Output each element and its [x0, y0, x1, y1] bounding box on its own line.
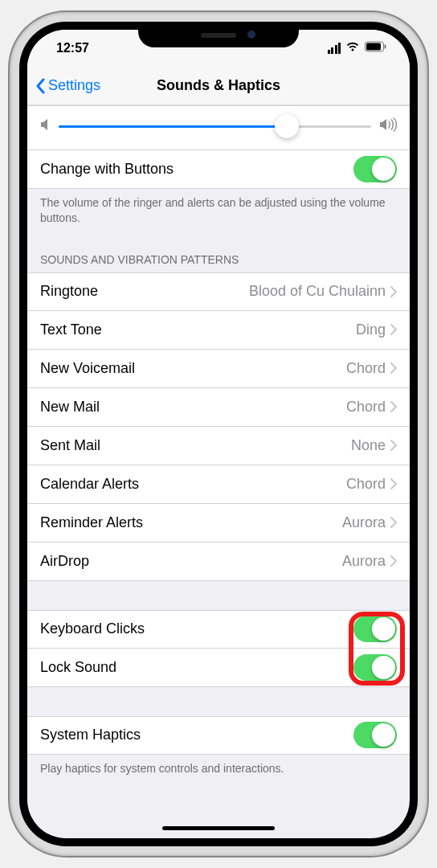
home-indicator[interactable]	[162, 826, 275, 830]
chevron-right-icon	[390, 440, 397, 451]
volume-slider-row	[27, 105, 410, 150]
system-haptics-toggle[interactable]	[353, 722, 397, 748]
page-title: Sounds & Haptics	[157, 77, 280, 94]
slider-fill	[59, 125, 287, 128]
airdrop-label: AirDrop	[40, 553, 342, 570]
notch	[138, 22, 299, 47]
chevron-right-icon	[390, 517, 397, 528]
new-voicemail-value: Chord	[346, 360, 386, 377]
new-mail-label: New Mail	[40, 399, 346, 416]
volume-footer: The volume of the ringer and alerts can …	[27, 189, 410, 239]
calendar-alerts-label: Calendar Alerts	[40, 476, 346, 493]
slider-thumb[interactable]	[275, 114, 299, 138]
ringtone-row[interactable]: Ringtone Blood of Cu Chulainn	[27, 272, 410, 311]
sent-mail-row[interactable]: Sent Mail None	[27, 427, 410, 465]
chevron-right-icon	[390, 401, 397, 412]
battery-icon	[365, 41, 387, 55]
keyboard-clicks-toggle[interactable]	[353, 616, 397, 642]
volume-slider[interactable]	[59, 125, 371, 128]
system-haptics-row: System Haptics	[27, 716, 410, 755]
ringtone-value: Blood of Cu Chulainn	[249, 283, 386, 300]
text-tone-row[interactable]: Text Tone Ding	[27, 311, 410, 350]
lock-sound-row: Lock Sound	[27, 649, 410, 687]
chevron-right-icon	[390, 362, 397, 374]
back-button[interactable]: Settings	[35, 77, 100, 94]
ringtone-label: Ringtone	[40, 283, 249, 300]
chevron-right-icon	[390, 324, 397, 335]
sent-mail-value: None	[351, 437, 386, 454]
reminder-alerts-label: Reminder Alerts	[40, 514, 342, 531]
change-with-buttons-row: Change with Buttons	[27, 150, 410, 189]
chevron-right-icon	[390, 555, 397, 567]
lock-sound-toggle[interactable]	[353, 654, 397, 681]
screen: 12:57 Settings Sounds & Haptics	[27, 30, 410, 838]
clock: 12:57	[56, 41, 89, 55]
haptics-footer: Play haptics for system controls and int…	[27, 755, 410, 789]
new-mail-row[interactable]: New Mail Chord	[27, 388, 410, 427]
keyboard-clicks-label: Keyboard Clicks	[40, 620, 353, 637]
chevron-left-icon	[35, 78, 45, 94]
scroll-content[interactable]: Change with Buttons The volume of the ri…	[27, 105, 410, 838]
back-label: Settings	[48, 77, 100, 94]
sounds-section-header: SOUNDS AND VIBRATION PATTERNS	[27, 239, 410, 272]
new-mail-value: Chord	[346, 399, 386, 416]
airdrop-row[interactable]: AirDrop Aurora	[27, 542, 410, 581]
wifi-icon	[345, 41, 360, 55]
reminder-alerts-value: Aurora	[342, 514, 386, 531]
phone-frame: 12:57 Settings Sounds & Haptics	[10, 12, 427, 856]
airdrop-value: Aurora	[342, 553, 386, 570]
chevron-right-icon	[390, 286, 397, 297]
svg-rect-2	[385, 45, 386, 49]
new-voicemail-row[interactable]: New Voicemail Chord	[27, 350, 410, 388]
system-haptics-label: System Haptics	[40, 727, 353, 743]
sent-mail-label: Sent Mail	[40, 437, 351, 454]
reminder-alerts-row[interactable]: Reminder Alerts Aurora	[27, 504, 410, 542]
calendar-alerts-row[interactable]: Calendar Alerts Chord	[27, 465, 410, 504]
svg-rect-1	[366, 43, 381, 51]
calendar-alerts-value: Chord	[346, 476, 386, 493]
nav-bar: Settings Sounds & Haptics	[27, 67, 410, 105]
phone-bezel: 12:57 Settings Sounds & Haptics	[19, 22, 418, 846]
change-with-buttons-label: Change with Buttons	[40, 161, 353, 178]
speaker-high-icon	[379, 117, 397, 135]
text-tone-value: Ding	[356, 321, 386, 338]
status-icons	[328, 41, 388, 55]
new-voicemail-label: New Voicemail	[40, 360, 346, 377]
lock-sound-label: Lock Sound	[40, 659, 353, 676]
change-with-buttons-toggle[interactable]	[353, 156, 397, 182]
speaker-low-icon	[40, 118, 51, 134]
keyboard-clicks-row: Keyboard Clicks	[27, 610, 410, 649]
cellular-icon	[328, 43, 341, 54]
text-tone-label: Text Tone	[40, 321, 356, 338]
chevron-right-icon	[390, 478, 397, 489]
